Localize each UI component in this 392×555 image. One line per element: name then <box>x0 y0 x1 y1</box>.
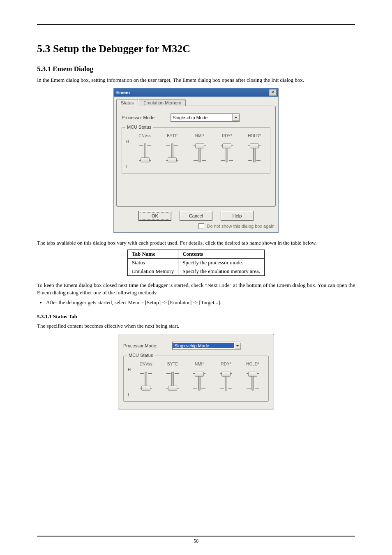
processor-mode-value: Single-chip Mode <box>171 115 232 120</box>
dialog-buttons: OK Cancel Help <box>116 211 276 221</box>
mcu-col-byte-2: BYTE <box>161 362 184 392</box>
mcu-hdr-rdy-2: RDY* <box>221 362 231 368</box>
mcu-col-hold: HOLD* <box>243 134 266 164</box>
keep-paragraph: To keep the Emem dialog box closed next … <box>37 282 355 296</box>
cancel-button[interactable]: Cancel <box>180 211 212 221</box>
mcu-status-label-2: MCU Status <box>127 353 154 358</box>
dialog-titlebar: Emem × <box>114 88 278 97</box>
mcu-col-rdy-2: RDY* <box>214 362 238 392</box>
processor-mode-value-2: Single-chip Mode <box>173 343 234 348</box>
close-icon[interactable]: × <box>269 89 277 96</box>
intro-paragraph: In the Emem dialog box, setting informat… <box>37 76 355 84</box>
mcu-status-group: MCU Status H L CNVss <box>122 127 270 173</box>
page-footer: 50 <box>37 536 355 544</box>
td: Specify the emulation memory area. <box>178 267 265 276</box>
processor-mode-select-2[interactable]: Single-chip Mode <box>172 342 241 350</box>
tab-panel-status: Processor Mode: Single-chip Mode MCU Sta… <box>116 106 276 207</box>
th-tab-name: Tab Name <box>128 250 178 259</box>
mcu-slider-nmi[interactable] <box>194 142 205 164</box>
mcu-hdr-byte: BYTE <box>167 134 178 139</box>
chevron-down-icon[interactable] <box>232 114 239 121</box>
mcu-hdr-byte-2: BYTE <box>167 362 178 368</box>
tab-emulation-memory[interactable]: Emulation Memory <box>139 99 186 106</box>
mcu-slider-cnvss-2[interactable] <box>141 370 151 392</box>
mcu-side-l-2: L <box>128 393 131 397</box>
page-number: 50 <box>37 538 355 544</box>
mcu-col-byte: BYTE <box>161 134 184 164</box>
processor-mode-label-2: Processor Mode: <box>123 343 157 348</box>
processor-mode-label: Processor Mode: <box>122 115 156 120</box>
status-tab-para: The specified content becomes effective … <box>37 322 355 330</box>
status-tab-panel-image: Processor Mode: Single-chip Mode MCU Sta… <box>118 334 274 409</box>
table-row: Emulation Memory Specify the emulation m… <box>128 267 265 276</box>
mcu-col-hold-2: HOLD* <box>241 362 264 392</box>
mcu-slider-rdy[interactable] <box>221 142 232 164</box>
mcu-slider-hold[interactable] <box>249 142 260 164</box>
mcu-hdr-nmi: NMI* <box>195 134 204 139</box>
mcu-slider-hold-2[interactable] <box>247 370 258 392</box>
top-rule <box>37 24 355 25</box>
mcu-hdr-hold-2: HOLD* <box>246 362 259 368</box>
mcu-col-rdy: RDY* <box>215 134 238 164</box>
mcu-hdr-rdy: RDY* <box>222 134 232 139</box>
td: Specify the processor mode. <box>178 259 265 267</box>
td: Emulation Memory <box>128 267 178 276</box>
mcu-col-cnvss-2: CNVss <box>134 362 157 392</box>
mcu-side-h: H <box>126 139 129 144</box>
table-row: Status Specify the processor mode. <box>128 259 265 267</box>
mcu-col-nmi: NMI* <box>188 134 211 164</box>
processor-mode-select[interactable]: Single-chip Mode <box>171 113 240 122</box>
mcu-hdr-nmi-2: NMI* <box>195 362 204 368</box>
mcu-slider-cnvss[interactable] <box>140 142 150 164</box>
tabs-table: Tab Name Contents Status Specify the pro… <box>127 250 265 276</box>
mcu-hdr-cnvss-2: CNVss <box>140 362 152 368</box>
mcu-col-nmi-2: NMI* <box>188 362 211 392</box>
help-button[interactable]: Help <box>221 211 254 221</box>
mcu-status-group-2: MCU Status H L CNVss <box>123 356 269 402</box>
subsection-title: 5.3.1 Emem Dialog <box>37 65 355 73</box>
ok-button[interactable]: OK <box>138 211 171 221</box>
dialog-title: Emem <box>116 90 130 95</box>
mcu-side-letters: H L <box>126 134 129 169</box>
td: Status <box>128 259 178 267</box>
mcu-col-cnvss: CNVss <box>134 134 157 164</box>
mcu-status-label: MCU Status <box>125 125 153 130</box>
mcu-hdr-cnvss: CNVss <box>138 134 151 139</box>
chevron-down-icon[interactable] <box>234 342 241 349</box>
do-not-show-checkbox[interactable] <box>198 223 204 229</box>
th-contents: Contents <box>178 250 265 259</box>
emem-dialog: Emem × Status Emulation Memory Processor… <box>113 88 279 233</box>
mcu-slider-byte-2[interactable] <box>167 370 178 392</box>
mcu-slider-byte[interactable] <box>167 142 178 164</box>
section-title: 5.3 Setup the Debugger for M32C <box>37 43 355 55</box>
tab-status[interactable]: Status <box>116 99 138 106</box>
do-not-show-label: Do not show this dialog box again. <box>207 224 276 229</box>
tabs-paragraph: The tabs available on this dialog box va… <box>37 239 355 247</box>
mcu-slider-nmi-2[interactable] <box>194 370 205 392</box>
status-tab-heading: 5.3.1.1 Status Tab <box>37 313 355 320</box>
bullet-item: After the debugger gets started, select … <box>46 299 355 306</box>
mcu-side-l: L <box>126 164 129 169</box>
dialog-tabs: Status Emulation Memory <box>116 99 276 106</box>
status-tab-panel: Processor Mode: Single-chip Mode MCU Sta… <box>118 334 274 409</box>
mcu-side-letters-2: H L <box>128 362 131 397</box>
mcu-side-h-2: H <box>128 368 131 372</box>
mcu-hdr-hold: HOLD* <box>248 134 261 139</box>
mcu-slider-rdy-2[interactable] <box>221 370 231 392</box>
